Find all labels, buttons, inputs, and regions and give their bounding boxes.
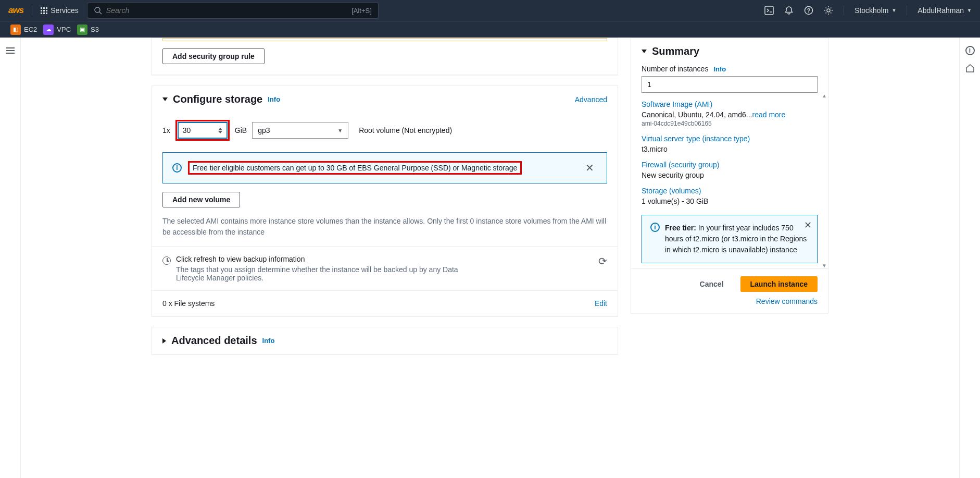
expand-advanced-icon[interactable] [162, 338, 166, 344]
search-shortcut-hint: [Alt+S] [351, 7, 372, 15]
favorite-vpc[interactable]: ☁VPC [43, 24, 71, 35]
add-security-group-rule-button[interactable]: Add security group rule [162, 48, 265, 64]
summary-type-label[interactable]: Virtual server type (instance type) [642, 134, 818, 143]
summary-title: Summary [652, 45, 699, 57]
storage-size-input[interactable]: 30 [178, 122, 228, 139]
configure-storage-panel: Configure storage Info Advanced 1x 30 [152, 85, 618, 316]
file-systems-count: 0 x File systems [162, 299, 215, 308]
free-tier-bold: Free tier: [665, 224, 696, 232]
summary-sg-value: New security group [642, 171, 818, 179]
launch-instance-button[interactable]: Launch instance [740, 276, 818, 292]
stepper-up-icon[interactable] [218, 128, 222, 130]
security-group-panel-fragment: Add security group rule [152, 38, 618, 75]
summary-ami-id: ami-04cdc91e49cb06165 [642, 120, 818, 127]
advanced-info-link[interactable]: Info [262, 337, 275, 345]
favorite-ec2[interactable]: ◧EC2 [10, 24, 37, 35]
clock-icon [162, 256, 171, 265]
ami-read-more-link[interactable]: read more [752, 111, 785, 119]
search-input[interactable] [106, 6, 198, 15]
tutorials-icon[interactable] [965, 64, 975, 73]
favorite-s3[interactable]: ▣S3 [77, 24, 99, 35]
search-icon [94, 6, 102, 15]
settings-icon[interactable] [824, 6, 833, 15]
svg-point-5 [827, 9, 830, 12]
collapse-summary-icon[interactable] [642, 50, 647, 53]
num-instances-label: Number of instances [642, 65, 708, 73]
aws-logo[interactable]: aws [8, 5, 23, 16]
free-tier-info-box: i Free tier eligible customers can get u… [162, 152, 607, 183]
left-rail [0, 38, 21, 478]
info-icon: i [650, 223, 660, 232]
advanced-details-panel: Advanced details Info [152, 327, 618, 354]
side-nav-toggle[interactable] [6, 46, 15, 478]
num-instances-input[interactable] [642, 76, 818, 93]
global-search[interactable]: [Alt+S] [87, 2, 379, 19]
edit-file-systems-link[interactable]: Edit [595, 299, 607, 308]
summary-ami-label[interactable]: Software Image (AMI) [642, 100, 818, 108]
root-volume-description: Root volume (Not encrypted) [359, 126, 452, 134]
top-navigation: aws Services [Alt+S] ? Stockholm▼ AbdulR… [0, 0, 980, 21]
svg-line-1 [99, 12, 102, 14]
instance-store-note: The selected AMI contains more instance … [152, 216, 618, 246]
s3-icon: ▣ [77, 24, 87, 35]
vpc-icon: ☁ [43, 24, 54, 35]
account-menu[interactable]: AbdulRahman▼ [918, 6, 972, 15]
volume-type-select[interactable]: gp3 ▼ [252, 122, 348, 139]
grid-icon [41, 7, 47, 14]
storage-advanced-link[interactable]: Advanced [575, 95, 607, 104]
summary-free-tier-box: ✕ i Free tier: In your first year includ… [642, 215, 818, 263]
free-tier-highlight: Free tier eligible customers can get up … [188, 161, 522, 175]
svg-point-0 [95, 7, 100, 13]
help-icon[interactable]: ? [804, 6, 813, 15]
chevron-down-icon: ▼ [337, 128, 343, 133]
summary-sg-label[interactable]: Firewall (security group) [642, 161, 818, 169]
right-rail: i [959, 38, 980, 478]
summary-panel: Summary Number of instances Info ▲ Softw… [631, 38, 828, 313]
storage-unit: GiB [235, 126, 247, 134]
collapse-storage-icon[interactable] [162, 97, 168, 101]
storage-panel-title: Configure storage [173, 93, 262, 105]
storage-size-highlight: 30 [175, 120, 230, 141]
services-menu[interactable]: Services [41, 6, 79, 15]
storage-count-prefix: 1x [162, 126, 170, 134]
dismiss-info-button[interactable]: ✕ [582, 162, 597, 174]
summary-type-value: t3.micro [642, 145, 818, 153]
storage-info-link[interactable]: Info [268, 95, 280, 103]
refresh-backup-button[interactable]: ⟳ [598, 255, 607, 267]
add-new-volume-button[interactable]: Add new volume [162, 192, 240, 207]
favorites-bar: ◧EC2 ☁VPC ▣S3 [0, 21, 980, 38]
backup-info-desc: The tags that you assign determine wheth… [176, 265, 468, 282]
help-panel-toggle[interactable]: i [965, 46, 975, 55]
summary-storage-label[interactable]: Storage (volumes) [642, 187, 818, 195]
region-selector[interactable]: Stockholm▼ [855, 6, 896, 15]
stepper-down-icon[interactable] [218, 131, 222, 133]
review-commands-link[interactable]: Review commands [756, 297, 818, 305]
cloudshell-icon[interactable] [764, 6, 774, 15]
advanced-details-title: Advanced details [171, 335, 257, 347]
backup-info-title: Click refresh to view backup information [176, 255, 468, 263]
summary-ami-value: Canonical, Ubuntu, 24.04, amd6... [642, 111, 752, 119]
dismiss-free-tier-button[interactable]: ✕ [804, 219, 812, 231]
summary-storage-value: 1 volume(s) - 30 GiB [642, 197, 818, 205]
info-icon: i [172, 163, 182, 173]
ec2-icon: ◧ [10, 24, 21, 35]
num-instances-info-link[interactable]: Info [713, 65, 726, 73]
scroll-down-icon[interactable]: ▼ [822, 263, 827, 268]
svg-text:?: ? [807, 7, 811, 14]
cancel-button[interactable]: Cancel [700, 280, 724, 288]
scroll-up-icon[interactable]: ▲ [822, 93, 827, 99]
notifications-icon[interactable] [784, 6, 794, 15]
